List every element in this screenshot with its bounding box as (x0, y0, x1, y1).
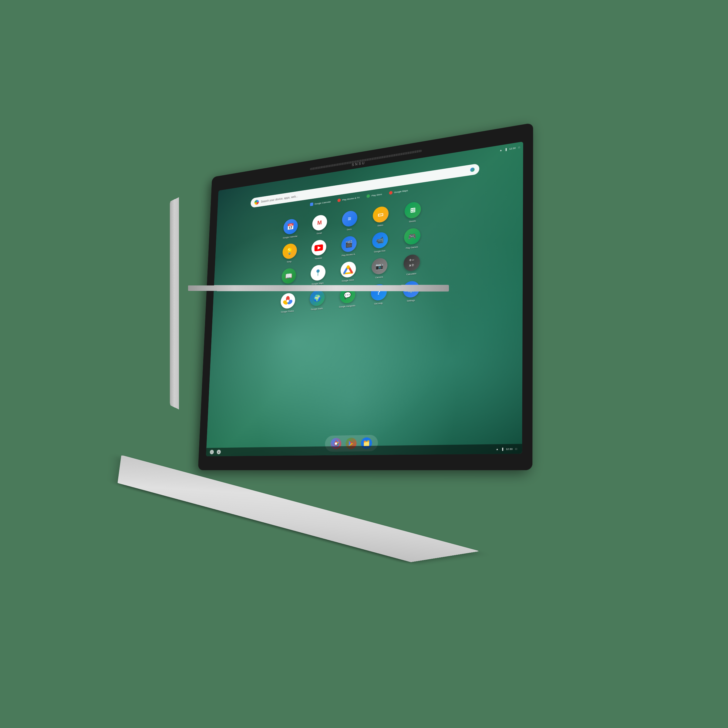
home-button[interactable]: ● (217, 450, 221, 454)
slides-icon: ▭ (373, 206, 388, 223)
time-display: 12:30 (509, 147, 516, 150)
gmail-icon: M (312, 214, 327, 231)
screen-icon: □ (518, 146, 520, 149)
photos-icon (280, 292, 295, 309)
sheets-label: Sheets (409, 220, 416, 223)
docs-label: Docs (347, 228, 352, 231)
back-button[interactable]: ← (210, 450, 214, 454)
left-side-panel (170, 197, 179, 410)
status-indicators: ▲ ▐ 12:30 □ (500, 146, 520, 151)
maps-icon: 📍 (310, 264, 326, 281)
settings-label: Settings (407, 299, 415, 302)
laptop-container: SNSU ▲ ▐ 12:30 □ (76, 76, 652, 652)
app-calculator[interactable]: +−×÷ Calculator (398, 253, 425, 277)
play-games-icon: 🎮 (404, 227, 421, 245)
youtube-icon (311, 239, 326, 256)
screen-panel: SNSU ▲ ▐ 12:30 □ (198, 123, 533, 470)
docs-icon: ≡ (341, 210, 357, 228)
screen-bezel: SNSU ▲ ▐ 12:30 □ (198, 123, 533, 470)
gmail-label: Gmail (317, 232, 322, 235)
wifi-status: ▲ (496, 448, 499, 451)
app-duo[interactable]: 📹 Google Duo (367, 231, 393, 254)
app-slides[interactable]: ▭ Slides (367, 205, 394, 228)
app-gmail[interactable]: M Gmail (307, 214, 332, 236)
earth-label: Google Earth (310, 307, 323, 310)
app-camera[interactable]: 📷 Camera (366, 257, 393, 280)
app-google-calendar[interactable]: 📅 Google Calendar (278, 217, 303, 240)
nav-left: ← ● (210, 450, 221, 454)
app-play-games[interactable]: 🎮 Play Games (399, 226, 426, 250)
keep-icon: 💡 (282, 243, 297, 259)
earth-icon: 🌍 (309, 290, 325, 307)
wifi-icon: ▲ (500, 148, 502, 151)
play-books-icon: 📖 (281, 268, 296, 284)
duo-icon: 📹 (372, 231, 388, 249)
google-logo (254, 200, 259, 205)
camera-label: Camera (375, 275, 383, 279)
app-docs[interactable]: ≡ Docs (337, 209, 362, 232)
app-earth[interactable]: 🌍 Google Earth (304, 289, 330, 311)
calendar-label: Google Calendar (283, 235, 298, 239)
calculator-icon: +−×÷ (403, 254, 420, 272)
app-photos[interactable]: Google Photos (275, 292, 300, 314)
laptop-hinge (188, 285, 449, 291)
app-maps[interactable]: 📍 Google Maps (306, 264, 330, 286)
status-bar-bottom: ▲ ▐ 12:30 □ (496, 447, 517, 450)
battery-status: ▐ (501, 447, 503, 450)
calculator-label: Calculator (406, 272, 416, 276)
svg-point-9 (335, 442, 337, 445)
drive-icon (340, 261, 356, 278)
fullscreen-icon: □ (515, 447, 517, 450)
maps-label: Google Maps (312, 281, 324, 285)
bookmark-dot-maps (389, 191, 393, 195)
bookmark-dot-calendar (310, 202, 314, 206)
app-youtube[interactable]: Youtube (306, 239, 331, 261)
play-movies-icon: 🎬 (341, 236, 357, 253)
base-panel (118, 455, 480, 562)
time-bottom: 12:30 (506, 447, 512, 450)
calendar-icon: 📅 (283, 218, 298, 235)
camera-icon: 📷 (371, 257, 388, 275)
photos-label: Google Photos (281, 310, 294, 314)
app-drive[interactable]: Google Drive (335, 260, 361, 283)
play-games-label: Play Games (406, 245, 418, 249)
bookmark-dot-store (367, 194, 370, 198)
bookmark-dot-movies (338, 198, 341, 202)
slides-label: Slides (377, 224, 384, 227)
app-settings[interactable]: ⚙️ Settings (398, 280, 425, 303)
app-play-movies[interactable]: 🎬 Play Movies &. (336, 235, 362, 257)
laptop-wrapper: SNSU ▲ ▐ 12:30 □ (121, 136, 607, 592)
drive-label: Google Drive (341, 278, 354, 282)
keep-label: Keep (287, 260, 292, 263)
screen-display: ▲ ▐ 12:30 □ Search your device, apps, we… (206, 142, 523, 457)
hangouts-label: Google Hangouts (339, 304, 355, 308)
app-sheets[interactable]: ⊞ Sheets (399, 200, 426, 225)
sheets-icon: ⊞ (404, 201, 421, 219)
play-movies-label: Play Movies &. (341, 253, 355, 257)
youtube-label: Youtube (315, 257, 322, 260)
microphone-icon[interactable] (470, 167, 475, 172)
battery-icon: ▐ (505, 148, 506, 151)
app-keep[interactable]: 💡 Keep (278, 242, 302, 265)
duo-label: Google Duo (374, 249, 385, 253)
help-label: Get Help (374, 302, 382, 305)
